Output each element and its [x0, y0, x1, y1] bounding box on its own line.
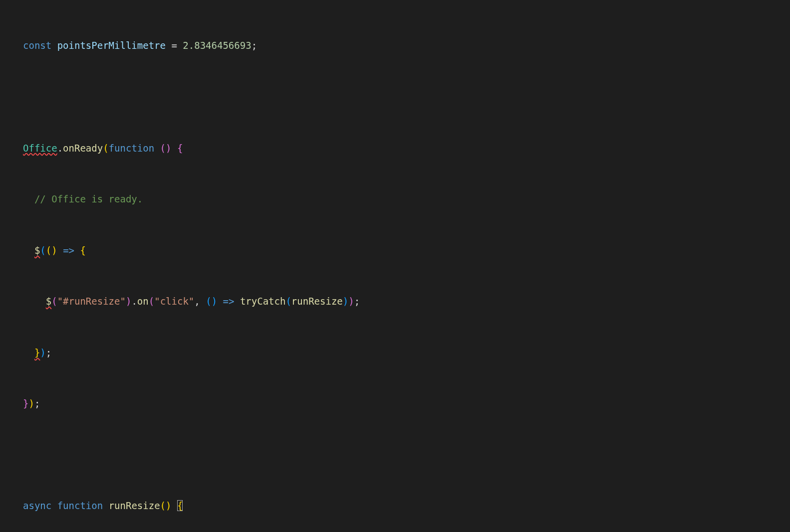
- fn-trycatch: tryCatch: [240, 296, 286, 307]
- jquery-call: $: [46, 296, 51, 307]
- code-line[interactable]: const pointsPerMillimetre = 2.8346456693…: [9, 37, 790, 54]
- keyword-function: function: [57, 500, 103, 511]
- code-line[interactable]: [9, 446, 790, 463]
- code-line[interactable]: $("#runResize").on("click", () => tryCat…: [9, 293, 790, 310]
- comment: // Office is ready.: [34, 193, 143, 204]
- code-line[interactable]: async function runResize() {: [9, 497, 790, 514]
- code-line[interactable]: Office.onReady(function () {: [9, 140, 790, 157]
- method-on: on: [137, 296, 149, 307]
- number-literal: 2.8346456693: [183, 40, 251, 51]
- code-line[interactable]: // Office is ready.: [9, 190, 790, 207]
- identifier: pointsPerMillimetre: [57, 40, 166, 51]
- code-line[interactable]: });: [9, 395, 790, 412]
- fn-runresize: runResize: [109, 500, 160, 511]
- code-line[interactable]: });: [9, 344, 790, 361]
- jquery-call: $: [34, 245, 40, 256]
- keyword-function: function: [109, 143, 155, 154]
- string-literal: "#runResize": [57, 296, 126, 307]
- identifier-office: Office: [23, 143, 57, 154]
- code-line[interactable]: $(() => {: [9, 242, 790, 259]
- code-editor[interactable]: const pointsPerMillimetre = 2.8346456693…: [0, 0, 790, 532]
- method-onready: onReady: [63, 143, 103, 154]
- fn-runresize: runResize: [291, 296, 343, 307]
- code-line[interactable]: [9, 88, 790, 105]
- string-literal: "click": [154, 296, 194, 307]
- keyword-async: async: [23, 500, 51, 511]
- keyword-const: const: [23, 40, 51, 51]
- bracket-match-open: {: [177, 500, 183, 511]
